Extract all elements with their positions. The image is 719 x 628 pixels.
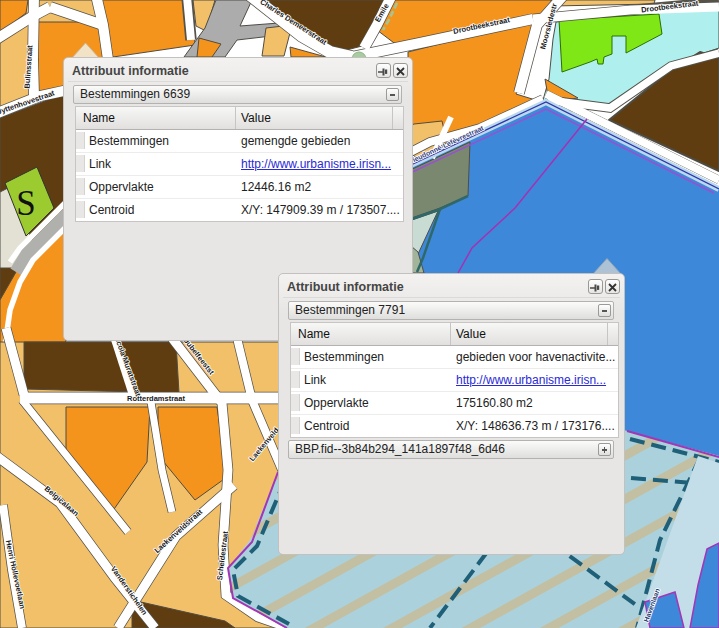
svg-text:S: S: [16, 184, 35, 223]
